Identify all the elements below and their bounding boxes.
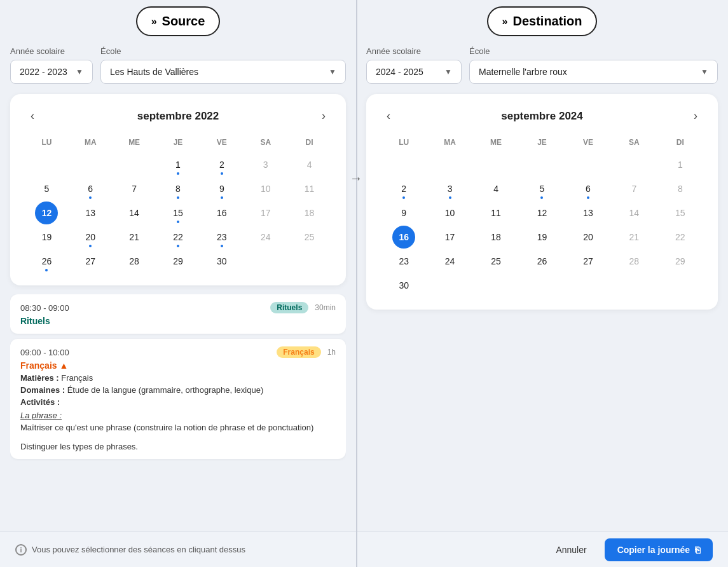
day-cell[interactable]: 8	[167, 177, 189, 200]
source-year-select[interactable]: 2022 - 2023 ▼	[10, 60, 93, 84]
day-cell[interactable]: 25	[298, 226, 321, 249]
day-cell[interactable]: 18	[484, 226, 507, 249]
day-cell[interactable]: 26	[35, 250, 58, 273]
source-school-value: Les Hauts de Vallières	[110, 67, 198, 77]
day-cell[interactable]: 12	[530, 202, 553, 224]
day-cell[interactable]: 23	[210, 226, 233, 249]
day-cell[interactable]: 10	[254, 177, 277, 200]
day-cell[interactable]: 26	[530, 250, 553, 273]
dest-prev-month-button[interactable]: ‹	[381, 107, 395, 125]
day-cell[interactable]: 28	[622, 250, 645, 273]
day-header: SA	[244, 135, 287, 152]
session-badge: Français	[277, 346, 320, 358]
destination-chevron-icon: »	[502, 16, 508, 27]
day-cell[interactable]: 7	[622, 177, 645, 200]
source-calendar-grid: LUMAMEJEVESADI12345678910111213141516171…	[25, 135, 331, 273]
day-cell[interactable]: 16	[392, 226, 415, 249]
day-cell[interactable]: 18	[298, 202, 321, 224]
day-header: DI	[658, 135, 703, 152]
day-cell[interactable]: 1	[669, 153, 692, 176]
day-cell[interactable]: 2	[392, 177, 415, 200]
day-cell[interactable]: 22	[167, 226, 189, 249]
day-cell[interactable]: 9	[210, 177, 233, 200]
day-dot	[177, 221, 179, 223]
day-cell[interactable]: 24	[254, 226, 277, 249]
day-cell[interactable]: 5	[35, 177, 58, 200]
source-next-month-button[interactable]: ›	[317, 107, 331, 125]
day-cell[interactable]: 27	[577, 250, 600, 273]
day-dot	[89, 196, 92, 199]
day-empty	[484, 274, 507, 297]
day-cell[interactable]: 23	[392, 250, 415, 273]
day-cell[interactable]: 6	[577, 177, 600, 200]
day-cell[interactable]: 1	[167, 153, 189, 176]
destination-label: Destination	[513, 14, 582, 29]
day-cell[interactable]: 20	[577, 226, 600, 249]
day-dot	[221, 172, 223, 175]
dest-year-value: 2024 - 2025	[376, 67, 423, 77]
day-cell[interactable]: 6	[79, 177, 102, 200]
source-button[interactable]: » Source	[136, 6, 221, 36]
day-cell[interactable]: 14	[123, 202, 146, 224]
day-cell[interactable]: 15	[167, 202, 189, 224]
day-cell[interactable]: 17	[439, 226, 462, 249]
day-cell[interactable]: 8	[669, 177, 692, 200]
copy-icon: ⎘	[695, 545, 700, 555]
day-cell[interactable]: 24	[439, 250, 462, 273]
day-cell[interactable]: 15	[669, 202, 692, 224]
day-cell[interactable]: 28	[123, 250, 146, 273]
day-cell[interactable]: 11	[484, 202, 507, 224]
day-cell[interactable]: 4	[484, 177, 507, 200]
day-cell[interactable]: 16	[210, 202, 233, 224]
day-header: VE	[566, 135, 610, 152]
copy-button[interactable]: Copier la journée ⎘	[605, 538, 713, 561]
dest-year-select[interactable]: 2024 - 2025 ▼	[366, 60, 462, 84]
session-duration: 1h	[327, 348, 336, 357]
day-empty	[484, 153, 507, 176]
day-cell[interactable]: 30	[210, 250, 233, 273]
day-cell[interactable]: 13	[79, 202, 102, 224]
day-cell[interactable]: 3	[254, 153, 277, 176]
day-cell[interactable]: 19	[35, 226, 58, 249]
day-cell[interactable]: 11	[298, 177, 321, 200]
day-cell[interactable]: 3	[439, 177, 462, 200]
session-card[interactable]: 09:00 - 10:00Français1hFrançais ▲Matière…	[10, 339, 346, 459]
cancel-button[interactable]: Annuler	[546, 538, 596, 561]
day-cell[interactable]: 21	[622, 226, 645, 249]
day-header: DI	[288, 135, 331, 152]
day-cell[interactable]: 14	[622, 202, 645, 224]
day-cell[interactable]: 13	[577, 202, 600, 224]
day-cell[interactable]: 9	[392, 202, 415, 224]
activity-desc: Maîtriser ce qu'est une phrase (construi…	[20, 423, 336, 451]
day-header: LU	[25, 135, 68, 152]
day-cell[interactable]: 20	[79, 226, 102, 249]
day-cell[interactable]: 10	[439, 202, 462, 224]
day-cell[interactable]: 27	[79, 250, 102, 273]
dest-next-month-button[interactable]: ›	[689, 107, 703, 125]
day-cell[interactable]: 25	[484, 250, 507, 273]
day-empty	[530, 274, 553, 297]
day-cell[interactable]: 7	[123, 177, 146, 200]
day-cell[interactable]: 12	[35, 202, 58, 224]
dest-month-year: septembre 2024	[501, 110, 583, 123]
source-school-select[interactable]: Les Hauts de Vallières ▼	[100, 60, 346, 84]
day-cell[interactable]: 22	[669, 226, 692, 249]
day-cell[interactable]: 29	[167, 250, 189, 273]
day-cell[interactable]: 4	[298, 153, 321, 176]
day-dot	[221, 245, 223, 247]
day-cell[interactable]: 19	[530, 226, 553, 249]
day-cell[interactable]: 30	[392, 274, 415, 297]
day-header: SA	[612, 135, 656, 152]
day-header: JE	[519, 135, 564, 152]
session-card[interactable]: 08:30 - 09:00Rituels30minRituels	[10, 294, 346, 334]
day-cell[interactable]: 29	[669, 250, 692, 273]
day-cell[interactable]: 17	[254, 202, 277, 224]
session-title: Rituels	[20, 316, 336, 326]
dest-school-select[interactable]: Maternelle l'arbre roux ▼	[469, 60, 718, 84]
destination-button[interactable]: » Destination	[487, 6, 598, 36]
day-cell[interactable]: 2	[210, 153, 233, 176]
day-cell[interactable]: 5	[530, 177, 553, 200]
day-empty	[392, 153, 415, 176]
source-prev-month-button[interactable]: ‹	[25, 107, 39, 125]
day-cell[interactable]: 21	[123, 226, 146, 249]
